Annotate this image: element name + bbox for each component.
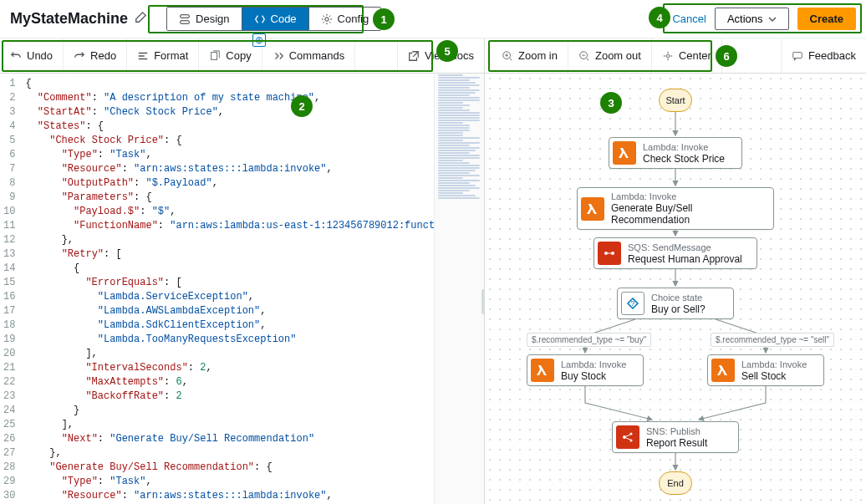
choice-icon: ? — [621, 292, 644, 315]
svg-point-14 — [604, 252, 608, 255]
zoom-out-button[interactable]: Zoom out — [568, 38, 652, 73]
node-sell-stock[interactable]: Lambda: InvokeSell Stock — [707, 354, 824, 386]
graph-toolbar: Zoom in Zoom out Center Feedback — [485, 38, 866, 73]
svg-point-6 — [666, 54, 670, 58]
actions-label: Actions — [727, 13, 763, 25]
code-icon — [254, 13, 266, 25]
feedback-button[interactable]: Feedback — [781, 38, 866, 73]
undo-icon — [10, 50, 22, 62]
tab-config-label: Config — [338, 13, 369, 25]
main-split: 1234567891011121314151617181920212223242… — [0, 74, 866, 504]
pencil-icon — [135, 12, 146, 23]
callout-5: 5 — [436, 40, 458, 62]
callout-1: 1 — [373, 8, 395, 30]
zoom-in-button[interactable]: Zoom in — [492, 38, 568, 73]
tab-design[interactable]: Design — [167, 8, 242, 30]
tab-design-label: Design — [196, 13, 229, 25]
callout-6: 6 — [716, 45, 737, 67]
end-node[interactable]: End — [659, 471, 692, 495]
callout-4: 4 — [649, 7, 670, 28]
svg-point-2 — [324, 17, 328, 20]
caret-down-icon — [768, 15, 777, 23]
copy-icon — [209, 50, 221, 62]
edge-label-sell: $.recommended_type ~= "sell" — [711, 333, 834, 347]
header: MyStateMachine Design Code Config Cancel… — [0, 0, 866, 38]
svg-rect-0 — [181, 14, 190, 18]
center-icon — [662, 50, 674, 62]
format-button[interactable]: Format — [127, 38, 199, 73]
actions-button[interactable]: Actions — [715, 8, 789, 30]
edit-title-icon[interactable] — [135, 12, 146, 26]
node-check-stock-price[interactable]: Lambda: InvokeCheck Stock Price — [609, 137, 742, 169]
commands-button[interactable]: Commands — [262, 38, 355, 73]
cancel-button[interactable]: Cancel — [672, 13, 706, 25]
svg-text:?: ? — [630, 299, 634, 308]
node-request-approval[interactable]: SQS: SendMessageRequest Human Approval — [593, 237, 757, 269]
create-button[interactable]: Create — [797, 8, 856, 30]
graph-pane[interactable]: Start Lambda: InvokeCheck Stock Price La… — [485, 74, 866, 504]
svg-rect-3 — [211, 52, 217, 59]
svg-point-17 — [623, 435, 626, 439]
svg-rect-1 — [181, 20, 190, 23]
redo-button[interactable]: Redo — [64, 38, 127, 73]
zoom-out-icon — [578, 50, 590, 62]
format-icon — [137, 50, 149, 62]
external-link-icon — [408, 50, 420, 62]
code-toolbar: Undo Redo Format Copy Commands View docs — [0, 38, 485, 73]
tab-config[interactable]: Config — [309, 8, 381, 30]
design-icon — [179, 13, 191, 25]
feedback-icon — [792, 50, 803, 62]
code-content[interactable]: { "Comment": "A description of my state … — [22, 74, 434, 504]
state-machine-title: MyStateMachine — [10, 10, 128, 28]
sqs-icon — [598, 242, 621, 265]
callout-2: 2 — [291, 95, 313, 117]
code-editor-pane[interactable]: 1234567891011121314151617181920212223242… — [0, 74, 485, 504]
edge-label-buy: $.recommended_type ~= "buy" — [527, 333, 651, 347]
tab-code-label: Code — [271, 13, 297, 25]
gear-icon — [321, 13, 333, 25]
add-panel-handle[interactable]: ⊕ — [252, 33, 266, 47]
sns-icon — [616, 425, 639, 449]
svg-point-15 — [611, 252, 614, 255]
lambda-icon — [711, 359, 735, 382]
lambda-icon — [613, 141, 636, 165]
start-node[interactable]: Start — [659, 89, 692, 112]
redo-icon — [74, 50, 85, 62]
node-report-result[interactable]: SNS: PublishReport Result — [612, 421, 739, 453]
line-gutter: 1234567891011121314151617181920212223242… — [0, 74, 22, 504]
mode-tabs: Design Code Config — [166, 7, 381, 31]
node-choice[interactable]: ? Choice stateBuy or Sell? — [617, 288, 734, 319]
commands-icon — [273, 50, 284, 62]
lambda-icon — [531, 359, 554, 382]
tab-code[interactable]: Code — [242, 8, 309, 30]
node-buy-stock[interactable]: Lambda: InvokeBuy Stock — [527, 354, 644, 386]
minimap[interactable] — [434, 74, 484, 504]
node-generate-recommendation[interactable]: Lambda: InvokeGenerate Buy/Sell Recommen… — [577, 187, 774, 230]
undo-button[interactable]: Undo — [0, 38, 64, 73]
lambda-icon — [581, 197, 604, 221]
svg-rect-7 — [793, 52, 802, 58]
callout-3: 3 — [600, 92, 622, 114]
zoom-in-icon — [502, 50, 513, 62]
